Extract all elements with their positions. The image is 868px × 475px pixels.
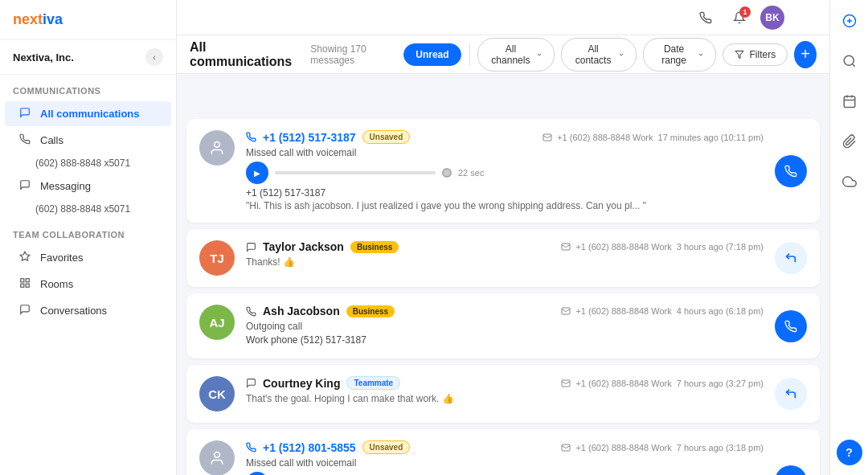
avatar-msg1 xyxy=(199,130,235,166)
svg-point-6 xyxy=(215,142,220,148)
date-filter-btn[interactable]: Date range xyxy=(643,38,717,72)
call-action-btn-5[interactable] xyxy=(775,465,807,476)
audio-row-5: ▶ 23 sec xyxy=(246,472,764,475)
compose-btn[interactable]: + xyxy=(794,41,817,68)
audio-row-1: ▶ 22 sec xyxy=(246,162,764,184)
logo-iva: iva xyxy=(43,11,63,27)
phone-icon xyxy=(18,133,32,147)
msg-body-3: Ash Jacobson Business +1 (602) 888-8848 … xyxy=(246,305,764,347)
unread-filter-btn[interactable]: Unread xyxy=(403,43,461,66)
msg-name-3: Ash Jacobson xyxy=(263,305,340,317)
msg-type-3: Outgoing call xyxy=(246,321,764,332)
right-icon-rail: ? xyxy=(829,0,868,475)
msg-badge-3: Business xyxy=(346,305,395,317)
msg-body-4: Courtney King Teammate +1 (602) 888-8848… xyxy=(246,376,764,404)
msg-meta-number-5: +1 (602) 888-8848 Work xyxy=(575,443,671,452)
svg-rect-18 xyxy=(844,96,855,108)
rail-search-btn[interactable] xyxy=(837,48,862,74)
communications-section-label: Communications xyxy=(0,75,176,100)
message-card-4[interactable]: CK Courtney King Teammate +1 (602) 888-8… xyxy=(186,365,820,423)
sidebar-item-all-communications-label: All communications xyxy=(40,108,140,120)
help-icon: ? xyxy=(845,446,853,459)
msg-name-2: Taylor Jackson xyxy=(263,240,344,253)
rooms-icon xyxy=(18,277,32,291)
svg-rect-12 xyxy=(562,444,570,451)
avatar-msg4: CK xyxy=(199,376,235,412)
sidebar-item-rooms[interactable]: Rooms xyxy=(5,272,171,297)
phone-header-btn[interactable] xyxy=(693,5,719,31)
msg-body-2: Taylor Jackson Business +1 (602) 888-884… xyxy=(246,240,764,268)
play-btn-1[interactable]: ▶ xyxy=(246,162,268,184)
reply-action-btn-4[interactable] xyxy=(775,378,807,410)
avatar-msg5 xyxy=(199,440,235,475)
phone-type-icon-1 xyxy=(246,132,256,142)
play-btn-5[interactable]: ▶ xyxy=(246,472,268,475)
audio-time-1: 22 sec xyxy=(458,168,484,178)
rail-calendar-btn[interactable] xyxy=(837,88,862,114)
sidebar-item-messaging[interactable]: Messaging xyxy=(5,174,171,199)
collapse-button[interactable]: ‹ xyxy=(145,48,163,66)
sidebar-item-favorites[interactable]: Favorites xyxy=(5,245,171,270)
user-avatar[interactable]: BK xyxy=(760,6,784,30)
reply-action-btn-2[interactable] xyxy=(775,242,807,274)
message-card-3[interactable]: AJ Ash Jacobson Business +1 (602) 888-88… xyxy=(186,293,820,358)
call-action-btn-3[interactable] xyxy=(775,310,807,342)
msg-name-1: +1 (512) 517-3187 xyxy=(263,131,356,144)
logo-next: next xyxy=(13,11,43,27)
chat-type-icon-2 xyxy=(246,242,256,252)
svg-rect-8 xyxy=(562,244,570,250)
svg-rect-1 xyxy=(21,279,24,282)
device-icon-3 xyxy=(561,306,571,316)
call-action-btn-1[interactable] xyxy=(775,155,807,187)
company-name-row[interactable]: Nextiva, Inc. ‹ xyxy=(0,40,176,75)
avatar-msg2: TJ xyxy=(199,240,235,276)
msg-meta-time-3: 4 hours ago (6:18 pm) xyxy=(677,306,764,316)
sidebar-item-conversations-label: Conversations xyxy=(40,305,107,317)
help-btn[interactable]: ? xyxy=(837,440,862,465)
msg-body-5: +1 (512) 801-5855 Unsaved +1 (602) 888-8… xyxy=(246,440,764,475)
msg-badge-1: Unsaved xyxy=(362,130,411,144)
logo-area: nextiva xyxy=(0,0,176,40)
svg-rect-4 xyxy=(26,284,29,287)
conversations-icon xyxy=(18,304,32,317)
msg-phone-1: +1 (512) 517-3187 xyxy=(246,187,764,199)
channels-filter-btn[interactable]: All channels xyxy=(477,38,555,72)
notifications-btn[interactable]: 1 xyxy=(727,5,752,31)
rail-compose-btn[interactable] xyxy=(837,8,862,34)
audio-bar-1[interactable] xyxy=(275,171,436,174)
svg-marker-5 xyxy=(735,51,743,58)
msg-name-5: +1 (512) 801-5855 xyxy=(263,441,356,454)
sidebar-item-all-communications[interactable]: All communications xyxy=(5,101,171,126)
svg-marker-0 xyxy=(20,252,30,260)
msg-meta-number-4: +1 (602) 888-8848 Work xyxy=(575,379,671,388)
sidebar-item-calls[interactable]: Calls xyxy=(5,128,171,153)
device-icon-2 xyxy=(561,242,571,252)
svg-line-17 xyxy=(852,63,854,66)
toolbar: All communications Showing 170 messages … xyxy=(177,35,829,74)
message-card-2[interactable]: TJ Taylor Jackson Business +1 (602) 888-… xyxy=(186,229,820,287)
phone-type-icon-5 xyxy=(246,442,256,452)
audio-dot-1 xyxy=(442,168,452,178)
message-card-1[interactable]: +1 (512) 517-3187 Unsaved +1 (602) 888-8… xyxy=(186,119,820,223)
notification-badge: 1 xyxy=(739,6,751,18)
msg-badge-2: Business xyxy=(350,241,399,253)
device-icon-1 xyxy=(542,133,552,142)
team-section-label: Team collaboration xyxy=(0,219,176,244)
sidebar: nextiva Nextiva, Inc. ‹ Communications A… xyxy=(0,0,177,475)
sidebar-subitem-messaging-number: (602) 888-8848 x5071 xyxy=(0,199,176,219)
sidebar-item-rooms-label: Rooms xyxy=(40,278,73,290)
msg-meta-time-1: 17 minutes ago (10:11 pm) xyxy=(658,133,764,142)
sidebar-item-favorites-label: Favorites xyxy=(40,252,83,264)
svg-rect-2 xyxy=(26,279,29,282)
rail-attachment-btn[interactable] xyxy=(837,129,862,154)
filters-btn[interactable]: Filters xyxy=(723,43,788,66)
sidebar-item-conversations[interactable]: Conversations xyxy=(5,298,171,323)
svg-point-16 xyxy=(844,55,854,65)
rail-cloud-btn[interactable] xyxy=(837,169,862,195)
contacts-filter-btn[interactable]: All contacts xyxy=(561,38,636,72)
message-card-5[interactable]: +1 (512) 801-5855 Unsaved +1 (602) 888-8… xyxy=(186,429,820,475)
global-header: 1 BK xyxy=(177,0,829,35)
msg-name-4: Courtney King xyxy=(263,377,340,390)
msg-meta-time-5: 7 hours ago (3:18 pm) xyxy=(677,443,764,452)
sidebar-subitem-calls-number: (602) 888-8848 x5071 xyxy=(0,154,176,173)
